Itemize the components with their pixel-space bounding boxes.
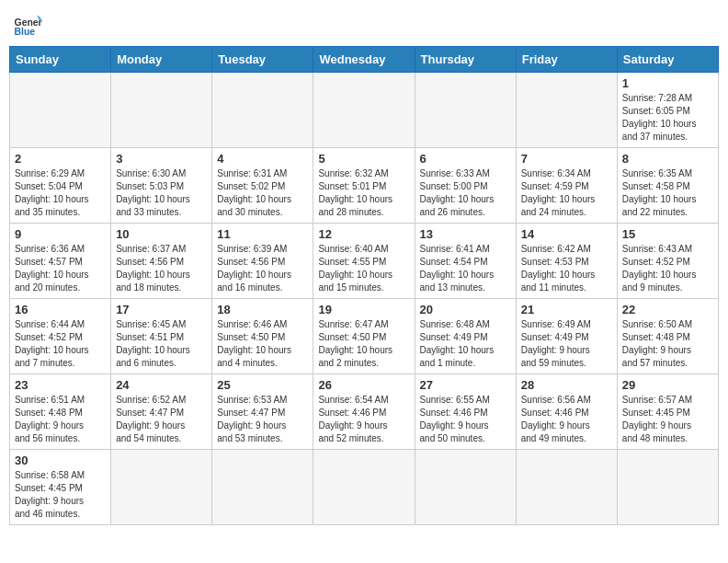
calendar-cell: 13Sunrise: 6:41 AM Sunset: 4:54 PM Dayli… [415, 224, 516, 299]
calendar-cell: 30Sunrise: 6:58 AM Sunset: 4:45 PM Dayli… [10, 450, 111, 525]
calendar-cell: 10Sunrise: 6:37 AM Sunset: 4:56 PM Dayli… [111, 224, 212, 299]
day-number: 19 [318, 303, 409, 316]
header: General Blue [9, 9, 719, 39]
day-info: Sunrise: 6:47 AM Sunset: 4:50 PM Dayligh… [318, 318, 409, 370]
calendar: SundayMondayTuesdayWednesdayThursdayFrid… [9, 46, 719, 525]
day-number: 30 [15, 454, 106, 467]
svg-text:General: General [15, 17, 42, 28]
calendar-cell: 6Sunrise: 6:33 AM Sunset: 5:00 PM Daylig… [415, 148, 516, 224]
day-info: Sunrise: 6:39 AM Sunset: 4:56 PM Dayligh… [217, 243, 308, 294]
calendar-cell [415, 73, 516, 148]
weekday-header-wednesday: Wednesday [313, 47, 415, 73]
calendar-cell: 14Sunrise: 6:42 AM Sunset: 4:53 PM Dayli… [516, 224, 617, 299]
calendar-cell [516, 73, 617, 148]
day-number: 16 [15, 303, 106, 316]
calendar-cell: 5Sunrise: 6:32 AM Sunset: 5:01 PM Daylig… [313, 148, 415, 224]
calendar-cell: 20Sunrise: 6:48 AM Sunset: 4:49 PM Dayli… [415, 299, 516, 374]
calendar-cell: 12Sunrise: 6:40 AM Sunset: 4:55 PM Dayli… [313, 224, 415, 299]
calendar-cell: 1Sunrise: 7:28 AM Sunset: 6:05 PM Daylig… [617, 73, 718, 148]
calendar-cell [212, 73, 313, 148]
day-number: 5 [318, 152, 409, 166]
calendar-week-row: 16Sunrise: 6:44 AM Sunset: 4:52 PM Dayli… [10, 299, 719, 374]
day-number: 25 [217, 378, 308, 392]
calendar-cell: 15Sunrise: 6:43 AM Sunset: 4:52 PM Dayli… [617, 224, 718, 299]
calendar-cell [516, 450, 617, 525]
calendar-cell: 11Sunrise: 6:39 AM Sunset: 4:56 PM Dayli… [212, 224, 313, 299]
day-info: Sunrise: 6:55 AM Sunset: 4:46 PM Dayligh… [420, 394, 511, 445]
day-number: 7 [521, 152, 612, 166]
day-info: Sunrise: 6:41 AM Sunset: 4:54 PM Dayligh… [420, 243, 511, 294]
day-info: Sunrise: 6:43 AM Sunset: 4:52 PM Dayligh… [622, 243, 713, 294]
weekday-header-saturday: Saturday [617, 47, 718, 73]
calendar-cell: 21Sunrise: 6:49 AM Sunset: 4:49 PM Dayli… [516, 299, 617, 374]
calendar-cell: 24Sunrise: 6:52 AM Sunset: 4:47 PM Dayli… [111, 374, 212, 450]
day-info: Sunrise: 6:32 AM Sunset: 5:01 PM Dayligh… [318, 167, 409, 219]
calendar-cell: 3Sunrise: 6:30 AM Sunset: 5:03 PM Daylig… [111, 148, 212, 224]
day-info: Sunrise: 6:36 AM Sunset: 4:57 PM Dayligh… [15, 243, 106, 294]
calendar-cell: 8Sunrise: 6:35 AM Sunset: 4:58 PM Daylig… [617, 148, 718, 224]
svg-text:Blue: Blue [15, 27, 36, 37]
day-number: 14 [521, 227, 612, 241]
logo: General Blue [13, 9, 42, 39]
weekday-header-row: SundayMondayTuesdayWednesdayThursdayFrid… [10, 47, 719, 73]
day-number: 26 [318, 378, 409, 392]
day-info: Sunrise: 6:40 AM Sunset: 4:55 PM Dayligh… [318, 243, 409, 294]
day-number: 1 [622, 76, 713, 90]
day-number: 18 [217, 303, 308, 316]
day-number: 29 [622, 378, 713, 392]
calendar-cell [415, 450, 516, 525]
calendar-cell [313, 73, 415, 148]
calendar-cell: 27Sunrise: 6:55 AM Sunset: 4:46 PM Dayli… [415, 374, 516, 450]
day-number: 13 [420, 227, 511, 241]
day-number: 21 [521, 303, 612, 316]
calendar-week-row: 2Sunrise: 6:29 AM Sunset: 5:04 PM Daylig… [10, 148, 719, 224]
day-number: 11 [217, 227, 308, 241]
day-number: 22 [622, 303, 713, 316]
calendar-cell: 9Sunrise: 6:36 AM Sunset: 4:57 PM Daylig… [10, 224, 111, 299]
day-info: Sunrise: 6:29 AM Sunset: 5:04 PM Dayligh… [15, 167, 106, 219]
calendar-cell: 16Sunrise: 6:44 AM Sunset: 4:52 PM Dayli… [10, 299, 111, 374]
day-info: Sunrise: 6:49 AM Sunset: 4:49 PM Dayligh… [521, 318, 612, 370]
calendar-cell [617, 450, 718, 525]
day-number: 27 [420, 378, 511, 392]
calendar-cell [212, 450, 313, 525]
day-info: Sunrise: 7:28 AM Sunset: 6:05 PM Dayligh… [622, 92, 713, 144]
day-info: Sunrise: 6:48 AM Sunset: 4:49 PM Dayligh… [420, 318, 511, 370]
day-info: Sunrise: 6:35 AM Sunset: 4:58 PM Dayligh… [622, 167, 713, 219]
day-number: 4 [217, 152, 308, 166]
day-info: Sunrise: 6:52 AM Sunset: 4:47 PM Dayligh… [116, 394, 207, 445]
calendar-week-row: 9Sunrise: 6:36 AM Sunset: 4:57 PM Daylig… [10, 224, 719, 299]
calendar-week-row: 23Sunrise: 6:51 AM Sunset: 4:48 PM Dayli… [10, 374, 719, 450]
day-number: 24 [116, 378, 207, 392]
calendar-cell [111, 73, 212, 148]
calendar-cell: 4Sunrise: 6:31 AM Sunset: 5:02 PM Daylig… [212, 148, 313, 224]
calendar-cell: 29Sunrise: 6:57 AM Sunset: 4:45 PM Dayli… [617, 374, 718, 450]
day-info: Sunrise: 6:33 AM Sunset: 5:00 PM Dayligh… [420, 167, 511, 219]
day-info: Sunrise: 6:34 AM Sunset: 4:59 PM Dayligh… [521, 167, 612, 219]
day-number: 12 [318, 227, 409, 241]
weekday-header-tuesday: Tuesday [212, 47, 313, 73]
day-info: Sunrise: 6:57 AM Sunset: 4:45 PM Dayligh… [622, 394, 713, 445]
day-number: 6 [420, 152, 511, 166]
day-info: Sunrise: 6:37 AM Sunset: 4:56 PM Dayligh… [116, 243, 207, 294]
weekday-header-sunday: Sunday [10, 47, 111, 73]
day-info: Sunrise: 6:51 AM Sunset: 4:48 PM Dayligh… [15, 394, 106, 445]
calendar-cell: 18Sunrise: 6:46 AM Sunset: 4:50 PM Dayli… [212, 299, 313, 374]
calendar-cell [10, 73, 111, 148]
day-info: Sunrise: 6:56 AM Sunset: 4:46 PM Dayligh… [521, 394, 612, 445]
day-info: Sunrise: 6:46 AM Sunset: 4:50 PM Dayligh… [217, 318, 308, 370]
calendar-cell: 22Sunrise: 6:50 AM Sunset: 4:48 PM Dayli… [617, 299, 718, 374]
day-number: 8 [622, 152, 713, 166]
day-info: Sunrise: 6:58 AM Sunset: 4:45 PM Dayligh… [15, 469, 106, 521]
day-info: Sunrise: 6:44 AM Sunset: 4:52 PM Dayligh… [15, 318, 106, 370]
calendar-cell: 23Sunrise: 6:51 AM Sunset: 4:48 PM Dayli… [10, 374, 111, 450]
day-info: Sunrise: 6:31 AM Sunset: 5:02 PM Dayligh… [217, 167, 308, 219]
calendar-cell [111, 450, 212, 525]
day-info: Sunrise: 6:30 AM Sunset: 5:03 PM Dayligh… [116, 167, 207, 219]
weekday-header-thursday: Thursday [415, 47, 516, 73]
day-number: 15 [622, 227, 713, 241]
day-number: 23 [15, 378, 106, 392]
calendar-cell: 25Sunrise: 6:53 AM Sunset: 4:47 PM Dayli… [212, 374, 313, 450]
day-info: Sunrise: 6:42 AM Sunset: 4:53 PM Dayligh… [521, 243, 612, 294]
calendar-week-row: 1Sunrise: 7:28 AM Sunset: 6:05 PM Daylig… [10, 73, 719, 148]
